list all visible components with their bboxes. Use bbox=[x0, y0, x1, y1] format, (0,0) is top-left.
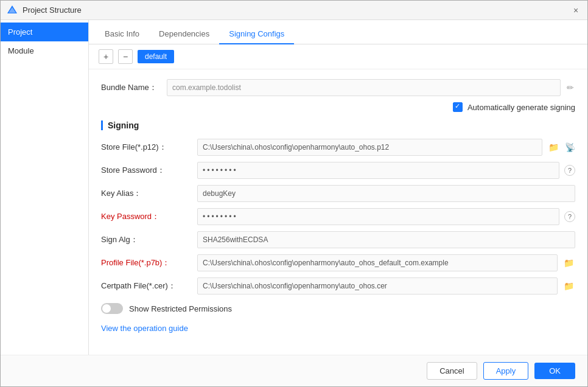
key-alias-row: Key Alias： bbox=[101, 185, 575, 202]
title-bar: Project Structure × bbox=[1, 1, 587, 20]
operation-guide-link[interactable]: View the operation guide bbox=[101, 324, 188, 333]
profile-file-label: Profile File(*.p7b)： bbox=[101, 257, 192, 268]
bundle-name-label: Bundle Name： bbox=[101, 82, 162, 93]
form-area: Bundle Name： ✏ Automatically generate si… bbox=[89, 69, 587, 355]
auto-sign-row: Automatically generate signing bbox=[101, 102, 575, 112]
footer: Cancel Apply OK bbox=[1, 355, 587, 386]
restricted-permissions-label: Show Restricted Permissions bbox=[129, 304, 232, 313]
certpath-file-row: Certpath File(*.cer)： 📁 bbox=[101, 277, 575, 295]
default-config-item[interactable]: default bbox=[138, 50, 174, 63]
auto-sign-checkbox[interactable] bbox=[453, 102, 463, 112]
key-alias-label: Key Alias： bbox=[101, 188, 192, 199]
tab-dependencies[interactable]: Dependencies bbox=[149, 24, 219, 44]
ok-button[interactable]: OK bbox=[534, 363, 575, 379]
store-file-folder-icon[interactable]: 📁 bbox=[547, 141, 560, 153]
store-file-input[interactable] bbox=[197, 139, 542, 156]
profile-file-folder-icon[interactable]: 📁 bbox=[562, 257, 575, 269]
tab-signing-configs[interactable]: Signing Configs bbox=[219, 24, 294, 44]
key-password-input[interactable] bbox=[197, 208, 559, 225]
store-password-input[interactable] bbox=[197, 162, 559, 179]
sidebar: Project Module bbox=[1, 20, 89, 355]
sidebar-item-module[interactable]: Module bbox=[1, 41, 88, 60]
content-area: Project Module Basic Info Dependencies S… bbox=[1, 20, 587, 355]
profile-file-input[interactable] bbox=[197, 254, 558, 271]
close-button[interactable]: × bbox=[570, 5, 581, 16]
profile-file-row: Profile File(*.p7b)： 📁 bbox=[101, 254, 575, 271]
store-password-row: Store Password： ? bbox=[101, 162, 575, 179]
bundle-name-input[interactable] bbox=[167, 79, 561, 96]
key-password-help-icon[interactable]: ? bbox=[564, 211, 575, 222]
auto-sign-label: Automatically generate signing bbox=[467, 103, 575, 112]
certpath-file-label: Certpath File(*.cer)： bbox=[101, 281, 192, 291]
restricted-permissions-row: Show Restricted Permissions bbox=[101, 303, 575, 314]
restricted-permissions-toggle[interactable] bbox=[101, 303, 123, 314]
sidebar-item-project[interactable]: Project bbox=[1, 23, 88, 41]
key-alias-input[interactable] bbox=[197, 185, 575, 202]
sign-alg-row: Sign Alg： bbox=[101, 231, 575, 248]
bundle-edit-icon[interactable]: ✏ bbox=[565, 82, 575, 94]
project-structure-dialog: Project Structure × Project Module Basic… bbox=[0, 0, 588, 387]
add-config-button[interactable]: + bbox=[99, 49, 113, 64]
remove-config-button[interactable]: − bbox=[118, 49, 133, 64]
store-file-row: Store File(*.p12)： 📁 📡 bbox=[101, 139, 575, 156]
signing-section-title: Signing bbox=[101, 120, 575, 130]
store-password-label: Store Password： bbox=[101, 165, 192, 176]
apply-button[interactable]: Apply bbox=[483, 362, 529, 380]
window-title: Project Structure bbox=[23, 5, 570, 15]
bundle-name-row: Bundle Name： ✏ bbox=[101, 79, 575, 96]
main-content: Basic Info Dependencies Signing Configs … bbox=[89, 20, 587, 355]
key-password-row: Key Password： ? bbox=[101, 208, 575, 225]
tab-basic-info[interactable]: Basic Info bbox=[95, 24, 149, 44]
sign-alg-label: Sign Alg： bbox=[101, 234, 192, 245]
app-icon bbox=[7, 5, 18, 16]
store-file-wifi-icon[interactable]: 📡 bbox=[565, 142, 575, 152]
toolbar: + − default bbox=[89, 44, 587, 69]
store-file-label: Store File(*.p12)： bbox=[101, 142, 192, 153]
store-password-help-icon[interactable]: ? bbox=[564, 165, 575, 176]
cancel-button[interactable]: Cancel bbox=[427, 362, 477, 380]
key-password-label: Key Password： bbox=[101, 211, 192, 222]
tabs-bar: Basic Info Dependencies Signing Configs bbox=[89, 20, 587, 44]
sign-alg-input[interactable] bbox=[197, 231, 575, 248]
certpath-file-folder-icon[interactable]: 📁 bbox=[562, 280, 575, 292]
certpath-file-input[interactable] bbox=[197, 277, 558, 295]
